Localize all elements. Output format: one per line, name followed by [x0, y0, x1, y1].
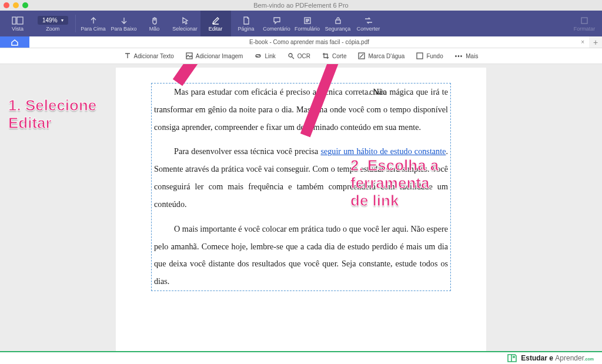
converter-button[interactable]: Converter	[353, 11, 384, 36]
text-icon	[124, 52, 131, 59]
tab-row: E-book - Como aprender mais facil - cópi…	[0, 36, 602, 48]
form-icon	[302, 16, 313, 25]
pagina-button[interactable]: Página	[231, 11, 262, 36]
crop-icon	[322, 52, 329, 59]
workspace: 1. Selecione Editar 2. Escolha a ferrame…	[0, 64, 602, 351]
formatar-button: Formatar	[569, 11, 600, 36]
paragraph-3: O mais importante é você colocar em prát…	[154, 221, 448, 290]
svg-rect-0	[12, 17, 16, 24]
zoom-select[interactable]: 149% ▾	[38, 16, 68, 25]
titlebar: Bem-vindo ao PDFelement 6 Pro	[0, 0, 602, 11]
ocr-button[interactable]: OCR	[287, 52, 310, 59]
editar-button[interactable]: Editar	[200, 11, 231, 36]
comment-icon	[271, 16, 283, 25]
footer: Estudar e Aprender.com	[0, 351, 602, 364]
comentario-button[interactable]: Comentário	[262, 11, 292, 36]
svg-rect-8	[417, 53, 423, 59]
chevron-down-icon: ▾	[61, 18, 63, 23]
formulario-button[interactable]: Formulário	[292, 11, 323, 36]
new-tab-button[interactable]: +	[589, 36, 602, 48]
svg-rect-1	[17, 17, 23, 24]
svg-rect-4	[581, 18, 587, 24]
home-tab[interactable]	[0, 36, 29, 48]
edit-sub-toolbar: Adicionar Texto Adicionar Imagem Link OC…	[0, 48, 602, 64]
convert-icon	[363, 16, 374, 25]
arrow-up-icon	[88, 16, 99, 25]
page-icon	[240, 16, 252, 25]
watermark-icon	[358, 52, 365, 59]
selecionar-button[interactable]: Selecionar	[170, 11, 200, 36]
lock-icon	[332, 16, 344, 25]
home-icon	[11, 39, 19, 46]
footer-brand: Estudar e Aprender.com	[521, 354, 594, 362]
arrow-down-icon	[118, 16, 130, 25]
seguranca-button[interactable]: Segurança	[323, 11, 353, 36]
svg-point-6	[289, 54, 292, 57]
annotation-step-2: 2. Escolha a ferramenta de link	[350, 157, 439, 210]
close-tab-icon[interactable]: ×	[581, 39, 584, 45]
window-title: Bem-vindo ao PDFelement 6 Pro	[0, 2, 602, 9]
vista-icon	[12, 16, 24, 25]
svg-rect-3	[336, 20, 340, 24]
format-icon	[578, 16, 590, 25]
more-icon: •••	[455, 53, 463, 59]
document-tab-title: E-book - Como aprender mais facil - cópi…	[249, 39, 369, 45]
image-icon	[186, 52, 193, 59]
link-button[interactable]: Link	[255, 52, 275, 59]
main-toolbar: Vista 149% ▾ Zoom Para Cima Para Baixo M…	[0, 11, 602, 36]
adicionar-texto-button[interactable]: Adicionar Texto	[124, 52, 174, 59]
corte-button[interactable]: Corte	[322, 52, 346, 59]
document-link[interactable]: seguir um hábito de estudo constante	[320, 146, 446, 156]
vista-button[interactable]: Vista	[2, 11, 33, 36]
mao-button[interactable]: Mão	[139, 11, 170, 36]
mais-button[interactable]: ••• Mais	[455, 53, 479, 59]
document-tab[interactable]: E-book - Como aprender mais facil - cópi…	[29, 36, 589, 48]
annotation-step-1: 1. Selecione Editar	[8, 97, 96, 132]
cursor-icon	[179, 16, 191, 25]
pencil-icon	[210, 16, 222, 25]
marca-dagua-button[interactable]: Marca D'água	[358, 52, 404, 59]
zoom-block: 149% ▾ Zoom	[38, 16, 68, 32]
fundo-button[interactable]: Fundo	[416, 52, 443, 59]
adicionar-imagem-button[interactable]: Adicionar Imagem	[186, 52, 243, 59]
ocr-icon	[287, 52, 295, 59]
separator	[75, 15, 76, 32]
zoom-label: Zoom	[46, 26, 59, 32]
para-cima-button[interactable]: Para Cima	[78, 11, 109, 36]
link-icon	[255, 52, 262, 59]
hand-icon	[149, 16, 160, 25]
para-baixo-button[interactable]: Para Baixo	[109, 11, 139, 36]
background-icon	[416, 52, 423, 59]
zoom-value: 149%	[42, 17, 58, 24]
book-icon	[507, 353, 517, 363]
